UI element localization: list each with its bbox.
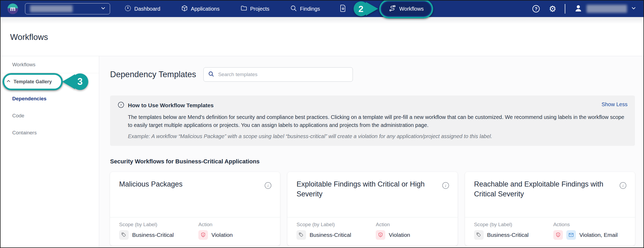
scope-value: Business-Critical xyxy=(487,232,529,238)
scope-label: Scope (by Label) xyxy=(119,222,198,228)
workflows-highlight-ring: Workflows xyxy=(379,0,433,18)
sidebar-item-code[interactable]: Code xyxy=(1,107,99,124)
label-tag-icon xyxy=(119,230,129,240)
gear-icon: ⚙ xyxy=(549,5,556,13)
primary-nav: Dashboard Applications P xyxy=(124,5,320,13)
security-workflows-section-heading: Security Workflows for Business-Critical… xyxy=(110,158,635,165)
help-button[interactable]: ? xyxy=(532,5,540,13)
violation-shield-icon xyxy=(553,230,563,240)
info-box-example: Example: A workflow “Malicious Package” … xyxy=(128,133,628,139)
chevron-down-icon xyxy=(100,5,106,12)
dashboard-gauge-icon xyxy=(124,5,131,13)
scope-label: Scope (by Label) xyxy=(474,222,553,228)
svg-text:m: m xyxy=(10,5,15,12)
svg-text:?: ? xyxy=(535,6,537,11)
violation-shield-icon xyxy=(198,230,208,240)
info-box-body: The templates below are Mend's definitio… xyxy=(128,113,628,129)
callout-step-2: 2 xyxy=(354,1,378,16)
callout-3-number: 3 xyxy=(72,73,88,90)
how-to-info-box: ? How to Use Workflow Templates Show Les… xyxy=(110,96,635,146)
callout-2-arrow xyxy=(366,2,378,16)
redacted-user-name xyxy=(587,5,627,13)
action-value: Violation, Email xyxy=(579,232,618,238)
nav-workflows[interactable]: Workflows xyxy=(382,2,431,16)
sidebar-item-workflows[interactable]: Workflows xyxy=(1,56,99,73)
nav-findings[interactable]: Findings xyxy=(290,5,320,13)
show-less-link[interactable]: Show Less xyxy=(601,101,628,108)
page-title: Workflows xyxy=(10,32,643,42)
sidebar-containers-label: Containers xyxy=(12,130,37,136)
user-avatar-icon xyxy=(574,4,583,14)
sidebar-workflows-label: Workflows xyxy=(12,62,35,68)
nav-workflows-label: Workflows xyxy=(399,6,424,12)
card-title: Exploitable Findings with Critical or Hi… xyxy=(296,179,441,199)
nav-applications[interactable]: Applications xyxy=(181,5,220,13)
mend-logo-icon: m xyxy=(7,3,18,14)
reports-button[interactable] xyxy=(339,4,347,13)
svg-text:i: i xyxy=(445,183,446,188)
svg-text:?: ? xyxy=(120,103,122,107)
action-label: Action xyxy=(198,222,233,228)
template-card-reachable-exploitable[interactable]: Reachable and Exploitable Findings with … xyxy=(465,172,635,246)
findings-search-icon xyxy=(290,5,297,13)
email-envelope-icon xyxy=(566,230,576,240)
nav-dashboard[interactable]: Dashboard xyxy=(124,5,160,13)
report-document-icon xyxy=(339,4,347,13)
scope-value: Business-Critical xyxy=(132,232,174,238)
main-panel: Dependency Templates xyxy=(99,56,643,248)
projects-folder-icon xyxy=(240,5,247,13)
info-icon[interactable]: i xyxy=(264,181,272,191)
svg-text:i: i xyxy=(622,183,624,188)
action-value: Violation xyxy=(211,232,233,238)
nav-dashboard-label: Dashboard xyxy=(134,6,160,12)
action-value: Violation xyxy=(389,232,410,238)
dependency-templates-heading: Dependency Templates xyxy=(110,70,196,79)
label-tag-icon xyxy=(474,230,484,240)
page-title-bar: Workflows xyxy=(1,17,643,56)
info-icon[interactable]: i xyxy=(619,181,627,191)
nav-applications-label: Applications xyxy=(191,6,220,12)
search-icon xyxy=(208,71,214,78)
organization-selector[interactable] xyxy=(25,3,110,14)
nav-findings-label: Findings xyxy=(300,6,320,12)
question-circle-icon: ? xyxy=(118,101,124,109)
user-menu[interactable] xyxy=(574,4,637,14)
nav-projects-label: Projects xyxy=(250,6,269,12)
settings-gear-button[interactable]: ⚙ xyxy=(549,5,556,13)
sidebar-dependencies-label: Dependencies xyxy=(12,96,47,102)
violation-shield-icon xyxy=(376,230,385,240)
applications-cube-icon xyxy=(181,5,188,13)
search-input[interactable] xyxy=(218,72,348,77)
chevron-up-icon xyxy=(6,78,11,85)
sidebar-item-dependencies[interactable]: Dependencies xyxy=(1,90,99,107)
redacted-org-name xyxy=(30,5,73,12)
workflows-route-icon xyxy=(389,5,396,13)
sidebar-item-containers[interactable]: Containers xyxy=(1,124,99,141)
info-icon[interactable]: i xyxy=(442,181,450,191)
user-chevron-down-icon xyxy=(631,5,637,12)
card-title: Malicious Packages xyxy=(119,179,264,189)
nav-projects[interactable]: Projects xyxy=(240,5,269,13)
label-tag-icon xyxy=(296,230,306,240)
info-box-title: How to Use Workflow Templates xyxy=(128,102,214,109)
svg-text:i: i xyxy=(267,183,269,188)
template-cards-grid: Malicious Packages i Scope (by Label) xyxy=(110,172,635,246)
template-card-malicious-packages[interactable]: Malicious Packages i Scope (by Label) xyxy=(110,172,280,246)
topbar-divider xyxy=(565,4,565,14)
card-title: Reachable and Exploitable Findings with … xyxy=(474,179,619,199)
template-card-exploitable-findings[interactable]: Exploitable Findings with Critical or Hi… xyxy=(287,172,457,246)
top-navigation-bar: m Dashboard xyxy=(1,1,643,17)
topbar-right-cluster: ? ⚙ xyxy=(532,4,637,14)
sidebar-template-gallery-label: Template Gallery xyxy=(14,79,52,85)
scope-value: Business-Critical xyxy=(310,232,351,238)
app-window: m Dashboard xyxy=(0,0,644,248)
template-search[interactable] xyxy=(203,67,353,82)
action-label: Actions xyxy=(553,222,618,228)
callout-step-3: 3 xyxy=(62,73,88,90)
content-area: Workflows Template Gallery Dependencies … xyxy=(1,56,643,248)
action-label: Action xyxy=(376,222,410,228)
sidebar-code-label: Code xyxy=(12,113,24,119)
main-header-row: Dependency Templates xyxy=(110,67,635,82)
scope-label: Scope (by Label) xyxy=(296,222,376,228)
